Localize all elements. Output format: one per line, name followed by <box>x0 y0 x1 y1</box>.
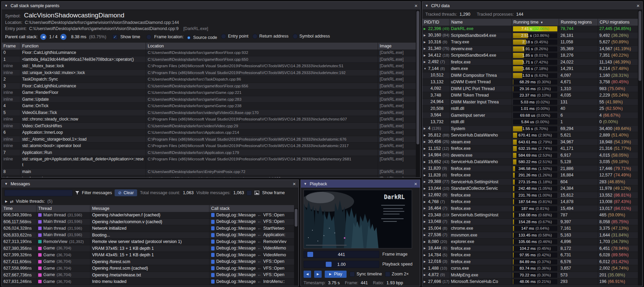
callstack-row[interactable]: inlineGame::UpdateC:\Users\wolf\Desktop\… <box>2 96 416 103</box>
cpu-row[interactable]: ▶35,812(88)ServiceHub.DataWareho670.41 m… <box>422 132 638 139</box>
callstack-cell[interactable]: DebugLog::Message←IntroMenu:: <box>209 278 294 285</box>
expand-icon[interactable]: ▶ <box>424 272 427 278</box>
playback-speed-slider[interactable]: 1.00 <box>304 261 379 268</box>
cpu-row[interactable]: 3,564GameInput server69.68 us(0.00%)64(6… <box>422 112 638 119</box>
cpu-scrollbar[interactable] <box>638 10 642 286</box>
message-frame-icon[interactable] <box>211 273 215 277</box>
cpu-row[interactable]: 20,508ntdll.dll1.01 ms(0.00%)4025(62.50%… <box>422 105 638 112</box>
cpu-row[interactable]: ▶29,388(77)ServiceHub.SettingsHost273.15… <box>422 179 638 186</box>
expand-icon[interactable]: ▶ <box>424 259 427 265</box>
cpu-row[interactable]: ▶15,004(8)chrome.exe147 ms(0.64%)7,1613,… <box>422 225 638 232</box>
expand-icon[interactable]: ▶ <box>424 126 427 132</box>
expand-icon[interactable]: ▶ <box>424 139 427 145</box>
cpu-row[interactable]: ▼7,144(8)dwm.exe1.66 s(7.18%)14,2918,214… <box>422 66 638 72</box>
sync-timeline-checkbox[interactable] <box>350 272 355 277</box>
collapse-icon[interactable]: ▼ <box>4 182 8 186</box>
cpu-row[interactable]: ▶14,784(5)firefox.exe97.95 ms(0.42%)6,73… <box>422 252 638 259</box>
message-row[interactable]: 627,558,996nsGame(36,704)Opening /forest… <box>2 265 294 272</box>
message-frame-icon[interactable] <box>211 220 215 224</box>
next-parent-button[interactable]: ▶ <box>60 34 67 40</box>
messages-scrollbar[interactable] <box>294 208 298 286</box>
message-frame-icon[interactable] <box>211 266 215 270</box>
frame-image-preview[interactable]: DarkRL DarkRL <box>304 190 412 248</box>
callstack-row[interactable]: inlinestd::chrono::steady_clock::nowC:\P… <box>2 116 416 123</box>
play-button[interactable]: ▶ Play <box>325 271 347 278</box>
message-row[interactable]: 627,380,356nsGame(36,704)VRAM 37x45: 13 … <box>2 245 294 252</box>
scrollbar-thumb[interactable] <box>295 209 297 227</box>
message-frame-icon[interactable] <box>211 253 215 257</box>
message-row[interactable]: 627,667,736nsGame(36,704)Opening /meta/r… <box>2 272 294 279</box>
callstack-cell[interactable]: DebugLog::Message←VFS::Open <box>209 212 294 218</box>
cpu-row[interactable]: ▶31,340(75)devenv.exe1.91 s(8.26%)35,369… <box>422 46 638 53</box>
column-header[interactable]: Time <box>2 205 36 212</box>
frame-location-option[interactable]: Return address <box>252 34 288 39</box>
expand-icon[interactable]: ▼ <box>424 66 427 72</box>
frame-location-radio-icon[interactable] <box>146 34 151 40</box>
cpu-row[interactable]: 24,964DWM Master Input Threa5.03 ms(0.02… <box>422 99 638 106</box>
expand-icon[interactable]: ▶ <box>424 59 427 66</box>
cpu-row[interactable]: ▶11,152(12)firefox.exe632.15 ms(2.74%)41… <box>422 145 638 152</box>
expand-icon[interactable]: ▶ <box>424 278 427 285</box>
zoom-option[interactable]: Zoom 2× <box>385 272 409 277</box>
collapse-icon[interactable]: ▼ <box>425 4 428 8</box>
column-header[interactable]: Name <box>450 19 512 26</box>
cpu-row[interactable]: ▶13,048(7)firefox.exe154.28 ms(0.67%)9,3… <box>422 219 638 226</box>
callstack-row[interactable]: 5VideoGLBase::TickC:\Users\wolf\Desktop\… <box>2 110 416 116</box>
callstack-cell[interactable]: DebugLog::Message←VFS::Open <box>209 219 294 225</box>
callstack-cell[interactable]: DebugLog::Message←VideoMemo <box>209 245 294 252</box>
callstack-row[interactable]: inlinestd::_Mutex_base::lockC:\Program F… <box>2 63 416 70</box>
callstack-cell[interactable]: DebugLog::Message←VFS::Open <box>209 265 294 272</box>
expand-icon[interactable]: ▶ <box>424 179 427 185</box>
cpu-row[interactable]: ▶13,044(10)StandardCollector.Servic242.4… <box>422 185 638 192</box>
cpu-row[interactable]: 13,732ntdll.dll5.84 us(0.00%)10(0.00%) <box>422 119 638 126</box>
expand-icon[interactable]: ▶ <box>424 225 427 232</box>
cpu-table-header[interactable]: PID/TIDNameRunning time▼Running regionsC… <box>422 19 638 26</box>
expand-icon[interactable]: ▶ <box>424 205 427 212</box>
message-frame-icon[interactable] <box>211 279 215 284</box>
column-header[interactable]: Frame <box>2 43 20 49</box>
expand-icon[interactable]: ▶ <box>424 46 427 52</box>
callstack-row[interactable]: inlinestd::_Atomic_storage<bool,1>::load… <box>2 136 416 143</box>
column-header[interactable]: Running regions <box>559 19 598 26</box>
cpu-row[interactable]: ▶27,696(17)Microsoft.ServiceHub.Co48.06 … <box>422 278 638 285</box>
cpu-row[interactable]: ▶1,488(10)csrss.exe83.74 ms(0.36%)3,6572… <box>422 265 638 272</box>
message-row[interactable]: 626,024,328nsMain thread(31,596)Network … <box>2 225 294 232</box>
close-icon[interactable]: × <box>414 181 417 186</box>
expand-icon[interactable]: ▶ <box>424 32 427 39</box>
cpu-row[interactable]: ▶8,080(20)explorer.exe105.66 ms(0.46%)4,… <box>422 239 638 245</box>
expand-icon[interactable]: ▶ <box>424 145 427 152</box>
cpu-row[interactable]: ▶23,348(106)ServiceHub.SettingsHost158.0… <box>422 212 638 219</box>
prev-frame-button[interactable]: ◀ <box>304 271 311 278</box>
show-time-checkbox[interactable]: ✓ <box>113 34 118 40</box>
callstack-cell[interactable]: DebugLog::Message←RemoteViev <box>209 239 294 245</box>
cpu-row[interactable]: ▶30,160(84)ScriptedSandbox64.exe2.51 s(1… <box>422 32 638 39</box>
column-header[interactable]: CPU migrations <box>598 19 638 26</box>
expand-icon[interactable]: ▶ <box>424 185 427 192</box>
cpu-row[interactable]: ▶27,536(7)msvsmon.exe133.45 ms(0.58%)5,1… <box>422 232 638 239</box>
expand-icon[interactable]: ▶ <box>424 212 427 218</box>
cpu-row[interactable]: ▶11,820(9)firefox.exe346.58 ms(1.50%)21,… <box>422 166 638 172</box>
callstack-row[interactable]: 2TaskDispatch::SyncC:\Users\wolf\Desktop… <box>2 76 416 83</box>
message-frame-icon[interactable] <box>211 213 215 217</box>
radio-icon[interactable] <box>221 34 226 39</box>
column-header[interactable]: Call stack <box>209 205 294 212</box>
cpu-titlebar[interactable]: ▼ CPU data × <box>422 2 642 10</box>
expand-icon[interactable]: ▶ <box>424 245 427 252</box>
visible-threads-row[interactable]: ▶ ⇄ Visible threads: (5) <box>2 198 298 205</box>
frame-location-option[interactable]: Entry point <box>221 34 248 39</box>
close-icon[interactable]: × <box>293 181 296 186</box>
callstack-row[interactable]: inlinestd::unique_lock<std::mutex>::lock… <box>2 70 416 76</box>
cpu-row[interactable]: ▶4(126)System1.55 s(6.70%)69,29434,400(4… <box>422 126 638 132</box>
cpu-row[interactable]: ▶14,984(50)devenv.exe584.69 ms(2.53%)6,9… <box>422 152 638 159</box>
cpu-row[interactable]: 13,132uDWM Event Thread68.29 ms(0.30%)4,… <box>422 79 638 86</box>
message-frame-icon[interactable] <box>211 233 215 237</box>
frame-image-slider[interactable]: 441 <box>304 251 379 258</box>
radio-icon[interactable] <box>186 35 191 40</box>
expand-icon[interactable]: ▶ <box>424 132 427 139</box>
message-frame-icon[interactable] <box>211 240 215 244</box>
cpu-row[interactable]: 4,092DWM LPC Port Thread29.16 ms(0.13%)1… <box>422 86 638 92</box>
cpu-row[interactable]: ▶30,456(25)steam.exe643.61 ms(2.79%)34,9… <box>422 139 638 146</box>
section-arrow-icon[interactable]: ▶ <box>5 200 8 203</box>
message-row[interactable]: 606,117,568nsMain thread(31,596)Opening … <box>2 219 294 226</box>
expand-icon[interactable]: ▶ <box>424 219 427 225</box>
